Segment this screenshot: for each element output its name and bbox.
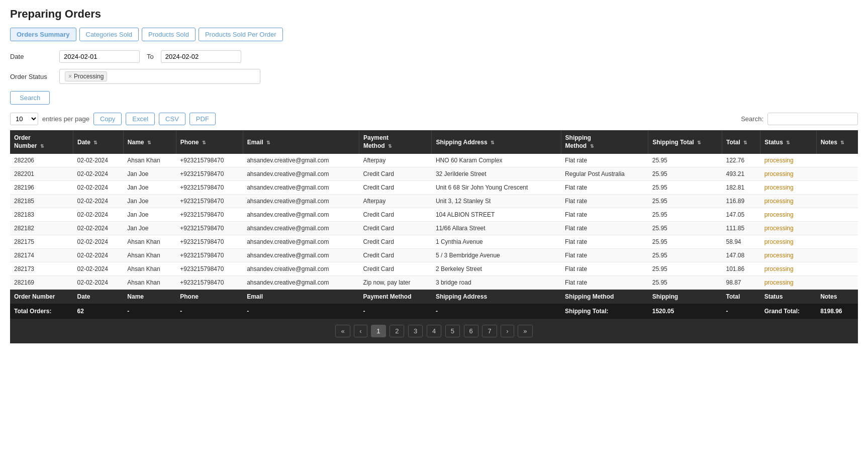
footer-total: Total — [722, 290, 760, 304]
cell-payment_method: Credit Card — [359, 222, 431, 235]
cell-payment_method: Afterpay — [359, 195, 431, 208]
cell-total: 182.81 — [722, 181, 760, 195]
cell-order_number: 282169 — [10, 276, 73, 290]
pagination-page-1[interactable]: 1 — [371, 325, 385, 337]
status-tag-remove-icon[interactable]: × — [68, 73, 72, 80]
cell-name: Jan Joe — [123, 208, 176, 222]
cell-shipping_address: 32 Jerilderie Street — [432, 167, 561, 181]
col-notes: Notes ⇅ — [816, 130, 858, 154]
pdf-button[interactable]: PDF — [189, 113, 216, 125]
col-shipping-method: ShippingMethod ⇅ — [561, 130, 648, 154]
date-filter-row: Date To — [10, 50, 858, 63]
excel-button[interactable]: Excel — [126, 113, 155, 125]
cell-shipping_total: 25.95 — [648, 195, 722, 208]
cell-total: 122.76 — [722, 154, 760, 167]
search-button[interactable]: Search — [10, 91, 50, 105]
table-footer-row: Order Number Date Name Phone Email Payme… — [10, 290, 858, 304]
cell-email: ahsandev.creative@gmail.com — [243, 262, 359, 276]
footer-order-number: Order Number — [10, 290, 73, 304]
cell-shipping_address: 104 ALBION STREET — [432, 208, 561, 222]
table-row: 28220602-02-2024Ahsan Khan+923215798470a… — [10, 154, 858, 167]
sort-notes-icon[interactable]: ⇅ — [840, 140, 844, 145]
pagination-page-6[interactable]: 6 — [464, 325, 478, 337]
pagination-page-3[interactable]: 3 — [408, 325, 423, 337]
cell-notes — [816, 235, 858, 249]
footer-date: Date — [73, 290, 124, 304]
totals-row: Total Orders: 62 - - - - - Shipping Tota… — [10, 304, 858, 319]
cell-date: 02-02-2024 — [73, 262, 124, 276]
sort-order-number-icon[interactable]: ⇅ — [40, 144, 44, 149]
tab-bar: Orders Summary Categories Sold Products … — [10, 28, 858, 41]
toolbar-row: 10 25 50 100 entries per page Copy Excel… — [10, 113, 858, 125]
pagination-page-5[interactable]: 5 — [445, 325, 460, 337]
status-tag-processing[interactable]: × Processing — [65, 71, 107, 81]
cell-total: 147.08 — [722, 249, 760, 262]
cell-total: 116.89 — [722, 195, 760, 208]
sort-total-icon[interactable]: ⇅ — [743, 140, 747, 145]
orders-table: OrderNumber ⇅ Date ⇅ Name ⇅ Phone ⇅ Emai… — [10, 130, 858, 319]
total-dash-1: - — [123, 304, 176, 319]
sort-email-icon[interactable]: ⇅ — [266, 140, 270, 145]
csv-button[interactable]: CSV — [159, 113, 185, 125]
cell-shipping_method: Flat rate — [561, 222, 648, 235]
entries-per-page-select[interactable]: 10 25 50 100 — [10, 113, 38, 125]
cell-total: 98.87 — [722, 276, 760, 290]
pagination-page-2[interactable]: 2 — [390, 325, 404, 337]
cell-payment_method: Credit Card — [359, 262, 431, 276]
cell-name: Ahsan Khan — [123, 276, 176, 290]
cell-shipping_total: 25.95 — [648, 167, 722, 181]
pagination-first[interactable]: « — [335, 325, 350, 337]
sort-shipping-method-icon[interactable]: ⇅ — [590, 144, 594, 149]
tab-categories-sold[interactable]: Categories Sold — [79, 28, 139, 41]
sort-shipping-total-icon[interactable]: ⇅ — [697, 140, 701, 145]
cell-phone: +923215798470 — [176, 167, 243, 181]
pagination-page-7[interactable]: 7 — [482, 325, 497, 337]
footer-name: Name — [123, 290, 176, 304]
cell-order_number: 282174 — [10, 249, 73, 262]
toolbar-right: Search: — [741, 113, 858, 125]
tab-products-sold-per-order[interactable]: Products Sold Per Order — [199, 28, 283, 41]
pagination-prev[interactable]: ‹ — [354, 325, 367, 337]
total-dash-4: - — [359, 304, 431, 319]
cell-shipping_method: Flat rate — [561, 208, 648, 222]
cell-shipping_method: Flat rate — [561, 235, 648, 249]
pagination-last[interactable]: » — [518, 325, 532, 337]
pagination-page-4[interactable]: 4 — [427, 325, 441, 337]
cell-email: ahsandev.creative@gmail.com — [243, 167, 359, 181]
cell-shipping_address: HNO 60 Karam Complex — [432, 154, 561, 167]
entries-label: entries per page — [42, 115, 89, 123]
table-row: 28219602-02-2024Jan Joe+923215798470ahsa… — [10, 181, 858, 195]
cell-notes — [816, 195, 858, 208]
sort-date-icon[interactable]: ⇅ — [93, 140, 98, 145]
copy-button[interactable]: Copy — [93, 113, 122, 125]
date-to-input[interactable] — [161, 50, 241, 63]
col-payment-method: PaymentMethod ⇅ — [359, 130, 431, 154]
cell-shipping_address: 2 Berkeley Street — [432, 262, 561, 276]
col-total: Total ⇅ — [722, 130, 760, 154]
date-from-input[interactable] — [59, 50, 140, 63]
sort-payment-icon[interactable]: ⇅ — [388, 144, 392, 149]
cell-shipping_address: Unit 6 68 Sir John Young Crescent — [432, 181, 561, 195]
cell-payment_method: Afterpay — [359, 154, 431, 167]
cell-phone: +923215798470 — [176, 181, 243, 195]
col-phone: Phone ⇅ — [176, 130, 243, 154]
cell-date: 02-02-2024 — [73, 154, 124, 167]
table-search-input[interactable] — [767, 113, 858, 125]
cell-status: processing — [760, 195, 816, 208]
sort-phone-icon[interactable]: ⇅ — [202, 140, 206, 145]
sort-shipping-address-icon[interactable]: ⇅ — [491, 140, 495, 145]
cell-order_number: 282182 — [10, 222, 73, 235]
tab-orders-summary[interactable]: Orders Summary — [10, 28, 76, 41]
pagination-next[interactable]: › — [501, 325, 514, 337]
cell-name: Jan Joe — [123, 181, 176, 195]
table-row: 28217502-02-2024Ahsan Khan+923215798470a… — [10, 235, 858, 249]
cell-order_number: 282206 — [10, 154, 73, 167]
cell-shipping_method: Flat rate — [561, 154, 648, 167]
sort-status-icon[interactable]: ⇅ — [786, 140, 790, 145]
cell-email: ahsandev.creative@gmail.com — [243, 154, 359, 167]
tab-products-sold[interactable]: Products Sold — [142, 28, 196, 41]
order-status-box[interactable]: × Processing — [59, 69, 260, 84]
cell-status: processing — [760, 154, 816, 167]
footer-shipping-address: Shipping Address — [432, 290, 561, 304]
sort-name-icon[interactable]: ⇅ — [147, 140, 151, 145]
